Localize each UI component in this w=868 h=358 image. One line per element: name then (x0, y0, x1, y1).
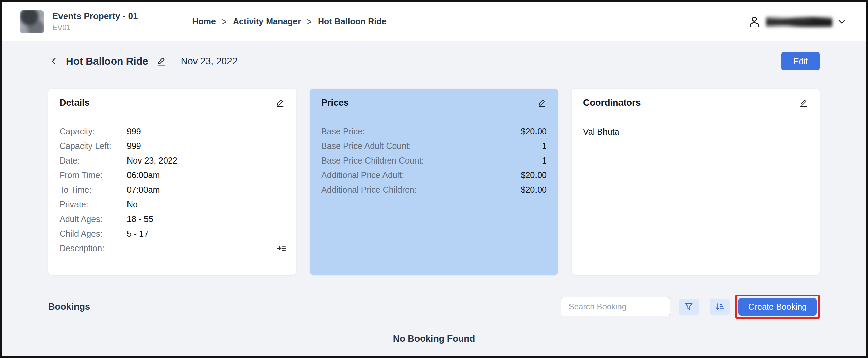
details-card-body: Capacity: 999 Capacity Left: 999 Date: N… (48, 117, 296, 275)
property-code: EV01 (52, 22, 138, 33)
property-info: Events Property - 01 EV01 (52, 11, 138, 33)
breadcrumb-item-home[interactable]: Home (192, 17, 216, 27)
price-row-additional-adult: Additional Price Adult: $20.00 (321, 168, 547, 183)
breadcrumb-item-current: Hot Balloon Ride (318, 17, 386, 27)
price-row-additional-children: Additional Price Children: $20.00 (321, 183, 547, 197)
edit-button[interactable]: Edit (781, 52, 820, 70)
coordinators-card-header: Coordinators (572, 89, 820, 117)
breadcrumb-separator-icon: > (222, 16, 227, 28)
bookings-section-header: Bookings (48, 295, 820, 319)
breadcrumb-separator-icon: > (307, 16, 312, 28)
page-content: Hot Balloon Ride Nov 23, 2022 Edit Detai… (2, 41, 866, 356)
info-cards: Details Capacity: 999 Capacity Left (48, 89, 820, 275)
user-name-redacted (766, 17, 832, 27)
detail-row-child-ages: Child Ages: 5 - 17 (59, 226, 285, 241)
detail-row-to-time: To Time: 07:00am (59, 183, 285, 197)
price-row-base-children-count: Base Price Children Count: 1 (321, 153, 547, 168)
detail-row-adult-ages: Adult Ages: 18 - 55 (59, 212, 285, 226)
create-booking-button[interactable]: Create Booking (738, 298, 817, 316)
prices-card-body: Base Price: $20.00 Base Price Adult Coun… (310, 117, 558, 275)
coordinator-name: Val Bhuta (583, 127, 809, 137)
prices-card: Prices Base Price: $20.00 Base Pric (310, 89, 558, 275)
back-button[interactable] (48, 55, 60, 67)
sort-amount-icon (715, 302, 724, 311)
edit-coordinators-icon[interactable] (799, 98, 809, 108)
filter-button[interactable] (679, 299, 699, 315)
detail-row-from-time: From Time: 06:00am (59, 168, 285, 183)
details-card: Details Capacity: 999 Capacity Left (48, 89, 296, 275)
funnel-icon (684, 302, 694, 311)
detail-row-description: Description: (59, 241, 285, 256)
breadcrumb: Home > Activity Manager > Hot Balloon Ri… (192, 17, 386, 27)
user-menu[interactable] (748, 15, 847, 29)
coordinators-card: Coordinators Val Bhuta (572, 89, 820, 275)
edit-title-icon[interactable] (156, 56, 167, 66)
edit-details-icon[interactable] (275, 98, 285, 108)
person-icon (748, 15, 761, 29)
page-title: Hot Balloon Ride (66, 55, 148, 67)
prices-card-header: Prices (310, 89, 558, 117)
coordinators-card-title: Coordinators (583, 98, 641, 108)
detail-row-capacity-left: Capacity Left: 999 (59, 139, 285, 153)
edit-prices-icon[interactable] (537, 98, 547, 108)
bookings-empty-state: No Booking Found (48, 334, 820, 344)
activity-title-row: Hot Balloon Ride Nov 23, 2022 Edit (48, 52, 820, 70)
no-booking-found-text: No Booking Found (393, 334, 475, 344)
bookings-toolbar: Create Booking (561, 295, 820, 319)
price-row-base-price: Base Price: $20.00 (321, 124, 547, 139)
activity-date: Nov 23, 2022 (181, 56, 238, 67)
search-booking-input[interactable] (561, 297, 670, 316)
prices-card-title: Prices (321, 98, 349, 108)
coordinators-card-body: Val Bhuta (572, 117, 820, 275)
sort-button[interactable] (710, 299, 730, 315)
create-booking-highlight: Create Booking (735, 295, 820, 319)
chevron-down-icon (837, 17, 847, 27)
bookings-section-title: Bookings (48, 302, 90, 312)
description-expand-icon[interactable] (276, 243, 286, 253)
property-logo-image-redacted (20, 10, 44, 33)
property-name: Events Property - 01 (52, 11, 138, 21)
detail-row-date: Date: Nov 23, 2022 (59, 153, 285, 168)
breadcrumb-item-activity-manager[interactable]: Activity Manager (233, 17, 301, 27)
detail-row-capacity: Capacity: 999 (59, 124, 285, 139)
top-bar: Events Property - 01 EV01 Home > Activit… (2, 2, 866, 41)
details-card-title: Details (59, 98, 90, 108)
price-row-base-adult-count: Base Price Adult Count: 1 (321, 139, 547, 153)
app-window: Events Property - 01 EV01 Home > Activit… (0, 0, 868, 358)
detail-row-private: Private: No (59, 197, 285, 212)
property-logo (20, 10, 44, 33)
details-card-header: Details (48, 89, 296, 117)
